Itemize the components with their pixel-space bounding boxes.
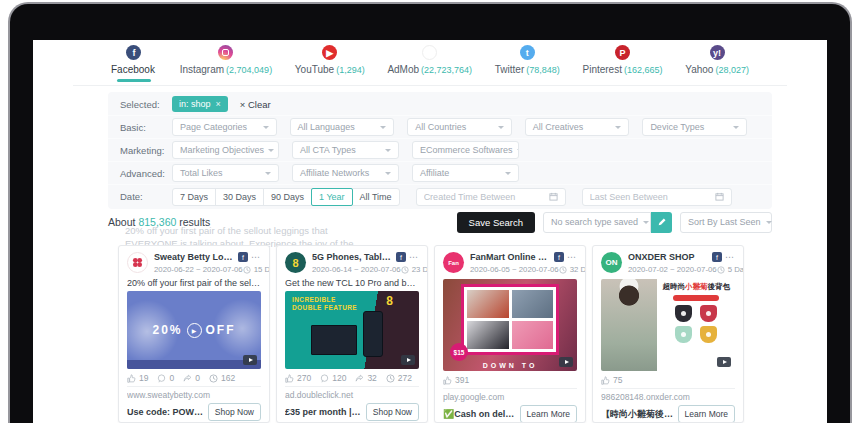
tab-pinterest[interactable]: P Pinterest(162,665) bbox=[583, 40, 663, 85]
tab-count: (28,027) bbox=[715, 65, 749, 75]
select-ecommerce-softwares[interactable]: ECommerce Softwares bbox=[412, 141, 519, 159]
ad-creative-text-right: OFF bbox=[206, 323, 236, 337]
card-menu-icon[interactable]: ⋯ bbox=[251, 252, 261, 262]
date-segment-alltime[interactable]: All Time bbox=[352, 188, 400, 206]
select-cta-types[interactable]: All CTA Types bbox=[292, 141, 399, 159]
tab-youtube[interactable]: ▶ YouTube(1,294) bbox=[295, 40, 365, 85]
save-search-button[interactable]: Save Search bbox=[457, 212, 535, 233]
card-menu-icon[interactable]: ⋯ bbox=[409, 252, 419, 262]
date-segment-30days[interactable]: 30 Days bbox=[215, 188, 264, 206]
advertiser-logo bbox=[127, 252, 148, 273]
selected-label: Selected: bbox=[120, 99, 172, 110]
ad-cta-headline: Use code: POWER20 bbox=[127, 407, 204, 417]
learn-more-button[interactable]: Learn More bbox=[520, 405, 577, 423]
advertiser-name[interactable]: 5G Phones, Tablets & SIMs | ... bbox=[312, 252, 393, 262]
tab-label: AdMob bbox=[387, 64, 419, 75]
shop-now-button[interactable]: Shop Now bbox=[208, 403, 261, 421]
ad-date-range: 2020-06-14 ~ 2020-07-06 bbox=[312, 265, 401, 274]
play-icon[interactable]: ▶ bbox=[187, 323, 202, 338]
select-creatives[interactable]: All Creatives bbox=[525, 118, 630, 136]
ad-creative[interactable]: 超時尚小雛菊後背包 bbox=[601, 279, 735, 371]
advertiser-name[interactable]: FanMart Online Shopping - F... bbox=[470, 252, 551, 262]
last-seen-between-field[interactable] bbox=[582, 188, 732, 206]
clock-icon bbox=[243, 266, 251, 274]
share-count: 32 bbox=[367, 373, 376, 383]
video-icon bbox=[401, 355, 415, 365]
facebook-icon: f bbox=[238, 252, 248, 262]
advertiser-name[interactable]: ONXDER SHOP bbox=[628, 252, 709, 262]
facebook-icon: f bbox=[396, 252, 406, 262]
model-photo bbox=[601, 279, 657, 371]
tab-yahoo[interactable]: y! Yahoo(28,027) bbox=[685, 40, 749, 85]
select-page-categories[interactable]: Page Categories bbox=[172, 118, 277, 136]
select-languages[interactable]: All Languages bbox=[290, 118, 395, 136]
selected-keyword-chip[interactable]: in: shop × bbox=[172, 96, 228, 112]
ad-domain[interactable]: play.google.com bbox=[443, 392, 577, 402]
chip-text: in: shop bbox=[179, 99, 211, 109]
like-count: 19 bbox=[139, 373, 148, 383]
ad-date-range: 2020-06-22 ~ 2020-07-06 bbox=[154, 265, 243, 274]
divider bbox=[127, 386, 261, 387]
tab-twitter[interactable]: t Twitter(78,848) bbox=[495, 40, 560, 85]
shop-now-button[interactable]: Shop Now bbox=[366, 403, 419, 421]
video-icon bbox=[243, 355, 257, 365]
ad-duration: 23 Days bbox=[412, 265, 428, 274]
time-icon bbox=[209, 374, 218, 383]
ad-domain[interactable]: www.sweatybetty.com bbox=[127, 390, 261, 400]
yahoo-icon: y! bbox=[710, 45, 725, 60]
ad-card-fanmart[interactable]: Fan FanMart Online Shopping - F... f ⋯ 2… bbox=[434, 245, 586, 423]
select-marketing-objectives[interactable]: Marketing Objectives bbox=[172, 141, 279, 159]
tab-label: Yahoo bbox=[685, 64, 713, 75]
share-icon bbox=[355, 374, 364, 383]
basic-label: Basic: bbox=[120, 122, 172, 133]
ad-creative[interactable]: $15 DOWN TO bbox=[443, 279, 577, 371]
advanced-label: Advanced: bbox=[120, 168, 172, 179]
select-total-likes[interactable]: Total Likes bbox=[172, 164, 279, 182]
price-badge: $15 bbox=[450, 343, 468, 361]
divider bbox=[601, 388, 735, 389]
ad-creative[interactable]: INCREDIBLE DOUBLE FEATURE 8 bbox=[285, 291, 419, 369]
tab-admob[interactable]: a AdMob(22,723,764) bbox=[387, 40, 472, 85]
ad-card-onxder[interactable]: ON ONXDER SHOP f ⋯ 2020-07-02 ~ 2020-07-… bbox=[592, 245, 744, 423]
learn-more-button[interactable]: Learn More bbox=[678, 405, 735, 423]
sort-dropdown[interactable]: Sort By Last Seen bbox=[680, 212, 772, 233]
ad-creative[interactable]: 20% ▶ OFF bbox=[127, 291, 261, 369]
card-menu-icon[interactable]: ⋯ bbox=[725, 252, 735, 262]
select-countries[interactable]: All Countries bbox=[407, 118, 512, 136]
tab-facebook[interactable]: f Facebook bbox=[111, 40, 157, 85]
date-segment-90days[interactable]: 90 Days bbox=[263, 188, 312, 206]
product-grid bbox=[461, 284, 559, 355]
ad-date-range: 2020-07-02 ~ 2020-07-06 bbox=[628, 265, 717, 274]
edit-saved-search-button[interactable] bbox=[651, 212, 672, 233]
card-menu-icon[interactable]: ⋯ bbox=[567, 252, 577, 262]
last-seen-between-input[interactable] bbox=[590, 192, 700, 202]
time-count: 162 bbox=[221, 373, 235, 383]
clear-filters-button[interactable]: × Clear bbox=[240, 99, 271, 110]
app-screen: f Facebook Instagram(2,704,049) ▶ YouTub… bbox=[33, 40, 827, 423]
created-time-between-input[interactable] bbox=[424, 192, 534, 202]
tab-count: (1,294) bbox=[336, 65, 365, 75]
ad-duration: 32 Days bbox=[570, 265, 586, 274]
comment-count: 0 bbox=[169, 373, 174, 383]
facebook-icon: f bbox=[712, 252, 722, 262]
tab-instagram[interactable]: Instagram(2,704,049) bbox=[180, 40, 273, 85]
like-count: 270 bbox=[297, 373, 311, 383]
ad-domain[interactable]: ad.doubleclick.net bbox=[285, 390, 419, 400]
ad-domain[interactable]: 986208148.onxder.com bbox=[601, 392, 735, 402]
share-icon bbox=[183, 374, 192, 383]
date-segment-7days[interactable]: 7 Days bbox=[172, 188, 216, 206]
tab-label: Facebook bbox=[111, 64, 155, 75]
tab-label: Pinterest bbox=[583, 64, 622, 75]
tv-graphic bbox=[311, 325, 357, 355]
date-segment-1year[interactable]: 1 Year bbox=[311, 188, 353, 206]
ad-card-sweaty-betty[interactable]: Sweaty Betty London | Wom... f ⋯ 2020-06… bbox=[118, 245, 270, 423]
select-affiliate-networks[interactable]: Affiliate Networks bbox=[292, 164, 399, 182]
select-device-types[interactable]: Device Types bbox=[642, 118, 747, 136]
saved-search-dropdown[interactable]: No search type saved bbox=[543, 212, 651, 233]
created-time-between-field[interactable] bbox=[416, 188, 566, 206]
ad-card-5g-phones[interactable]: 8 5G Phones, Tablets & SIMs | ... f ⋯ 20… bbox=[276, 245, 428, 423]
tab-label: Twitter bbox=[495, 64, 524, 75]
advertiser-name[interactable]: Sweaty Betty London | Wom... bbox=[154, 252, 235, 262]
select-affiliate[interactable]: Affiliate bbox=[412, 164, 519, 182]
chip-close-icon[interactable]: × bbox=[216, 99, 221, 109]
